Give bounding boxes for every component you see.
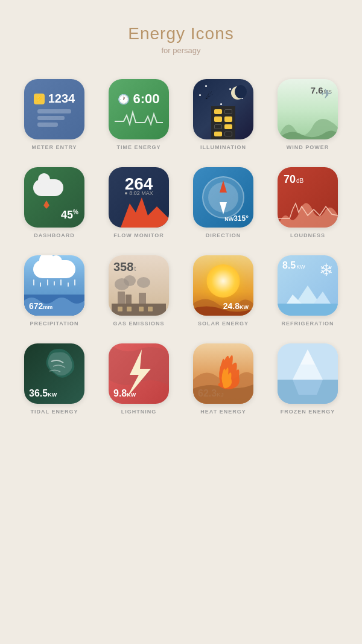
gas-unit: t xyxy=(134,266,136,272)
icon-box-dashboard[interactable]: 45% xyxy=(24,167,84,228)
icon-cell-wind-power: 7.6 MS ✈ WIND POWER xyxy=(272,79,344,150)
direction-value: NW315° xyxy=(224,214,249,223)
svg-rect-7 xyxy=(118,307,122,311)
icon-box-refrigeration[interactable]: 8.5 KW ❄ xyxy=(278,255,338,316)
meter-line-3 xyxy=(37,123,58,127)
solar-value: 24.8KW xyxy=(223,301,249,311)
icon-label-flow-monitor: FLOW MONITOR xyxy=(113,232,164,238)
refrig-value: 8.5 xyxy=(282,260,296,271)
icon-cell-direction: NW315° DIRECTION xyxy=(187,167,259,238)
icon-cell-time-energy: 🕐 6:00 TIME ENERGY xyxy=(103,79,175,150)
loudness-unit: dB xyxy=(296,177,303,184)
icon-box-solar-energy[interactable]: 24.8KW xyxy=(193,255,253,316)
moon-icon xyxy=(231,86,244,100)
icon-label-solar-energy: SOLAR ENERGY xyxy=(198,320,249,327)
icon-label-frozen-energy: FROZEN ENERGY xyxy=(281,409,335,415)
icon-cell-flow-monitor: 264 ● 8:02 MAX FLOW MONITOR xyxy=(103,167,175,238)
icon-box-illumination[interactable]: ☄ xyxy=(193,79,253,139)
icon-box-frozen-energy[interactable]: 17.3MT xyxy=(278,343,338,404)
bolt-icon: ⚡ xyxy=(34,94,45,104)
refrig-unit: KW xyxy=(296,264,305,270)
iceberg-svg xyxy=(278,282,338,316)
icon-box-time-energy[interactable]: 🕐 6:00 xyxy=(109,79,169,139)
icon-label-illumination: ILLUMINATION xyxy=(200,144,246,150)
icon-cell-refrigeration: 8.5 KW ❄ REFRIGERATION xyxy=(272,255,344,327)
icon-cell-meter-entry: ⚡ 1234 METER ENTRY xyxy=(18,79,91,150)
rain-drops xyxy=(30,279,78,287)
page-title: Energy Icons xyxy=(128,24,233,43)
svg-rect-10 xyxy=(148,307,153,311)
compass-icon xyxy=(202,176,244,218)
icon-cell-lightning: 9.8KW LIGHTNING xyxy=(103,343,175,415)
loudness-value: 70 xyxy=(284,173,296,186)
icon-cell-precipitation: 672mm PRECIPITATION xyxy=(18,255,91,327)
icon-cell-heat-energy: 62.3KJ HEAT ENERGY xyxy=(187,343,259,415)
wave-svg xyxy=(115,109,163,127)
icon-label-loudness: LOUDNESS xyxy=(290,232,325,238)
cloud-icon xyxy=(33,179,63,196)
icon-label-meter-entry: METER ENTRY xyxy=(31,144,77,150)
icon-label-heat-energy: HEAT ENERGY xyxy=(200,409,246,415)
icon-label-wind-power: WIND POWER xyxy=(287,144,329,150)
icon-box-wind-power[interactable]: 7.6 MS ✈ xyxy=(278,79,338,139)
gas-value: 358 xyxy=(113,260,133,274)
icon-box-precipitation[interactable]: 672mm xyxy=(24,255,84,316)
icon-label-precipitation: PRECIPITATION xyxy=(30,320,78,327)
icon-label-lightning: LIGHTNING xyxy=(121,409,157,415)
icon-label-time-energy: TIME ENERGY xyxy=(116,144,160,150)
icon-box-meter-entry[interactable]: ⚡ 1234 xyxy=(24,79,84,139)
icon-label-direction: DIRECTION xyxy=(206,232,241,238)
svg-marker-14 xyxy=(314,292,331,304)
cloud-precip-icon xyxy=(33,260,75,278)
meter-line-1 xyxy=(37,109,71,113)
icon-box-flow-monitor[interactable]: 264 ● 8:02 MAX xyxy=(109,167,169,228)
page-subtitle: for persagy xyxy=(161,46,200,55)
wind-hills-svg xyxy=(278,109,338,139)
flow-mountain-svg xyxy=(109,194,169,228)
clock-icon: 🕐 xyxy=(118,94,130,105)
svg-rect-11 xyxy=(278,304,338,316)
icon-cell-dashboard: 45% DASHBOARD xyxy=(18,167,91,238)
dashboard-value: 45% xyxy=(61,209,78,222)
icon-box-heat-energy[interactable]: 62.3KJ xyxy=(193,343,253,404)
icon-label-tidal-energy: TIDAL ENERGY xyxy=(31,409,78,415)
icon-cell-loudness: 70 dB LOUDNESS xyxy=(272,167,344,238)
heat-fire-svg xyxy=(193,343,253,404)
svg-point-1 xyxy=(124,275,136,286)
meter-value: 1234 xyxy=(48,92,75,106)
icon-cell-frozen-energy: 17.3MT FROZEN ENERGY xyxy=(272,343,344,415)
precip-value: 672mm xyxy=(29,301,52,311)
tidal-wave-svg xyxy=(24,343,84,404)
icon-box-lightning[interactable]: 9.8KW xyxy=(109,343,169,404)
icon-label-gas-emissions: GAS EMISSIONS xyxy=(113,320,164,327)
icon-label-dashboard: DASHBOARD xyxy=(34,232,75,238)
lightning-bolt-svg xyxy=(109,343,169,404)
icon-label-refrigeration: REFRIGERATION xyxy=(282,320,334,327)
time-value: 6:00 xyxy=(133,91,159,107)
snowflake-icon: ❄ xyxy=(319,260,333,280)
icon-cell-illumination: ☄ ILLUMINATION xyxy=(187,79,259,150)
icon-box-gas-emissions[interactable]: 358 t xyxy=(109,255,169,316)
sound-wave-svg xyxy=(278,197,338,228)
meter-line-2 xyxy=(37,116,65,120)
factory-svg xyxy=(109,273,169,316)
icon-box-loudness[interactable]: 70 dB xyxy=(278,167,338,228)
icon-box-direction[interactable]: NW315° xyxy=(193,167,253,228)
icon-grid: ⚡ 1234 METER ENTRY 🕐 6:00 xyxy=(18,79,344,415)
svg-rect-9 xyxy=(139,307,144,311)
svg-point-2 xyxy=(137,277,150,288)
icon-cell-tidal-energy: 36.5KW TIDAL ENERGY xyxy=(18,343,91,415)
icon-box-tidal-energy[interactable]: 36.5KW xyxy=(24,343,84,404)
icon-cell-solar-energy: 24.8KW SOLAR ENERGY xyxy=(187,255,259,327)
comet-icon: ☄ xyxy=(205,91,213,101)
drop-icon xyxy=(43,200,49,209)
frozen-iceberg-svg xyxy=(278,343,338,404)
building-icon xyxy=(211,106,235,139)
svg-rect-8 xyxy=(127,307,132,311)
icon-cell-gas-emissions: 358 t xyxy=(103,255,175,327)
